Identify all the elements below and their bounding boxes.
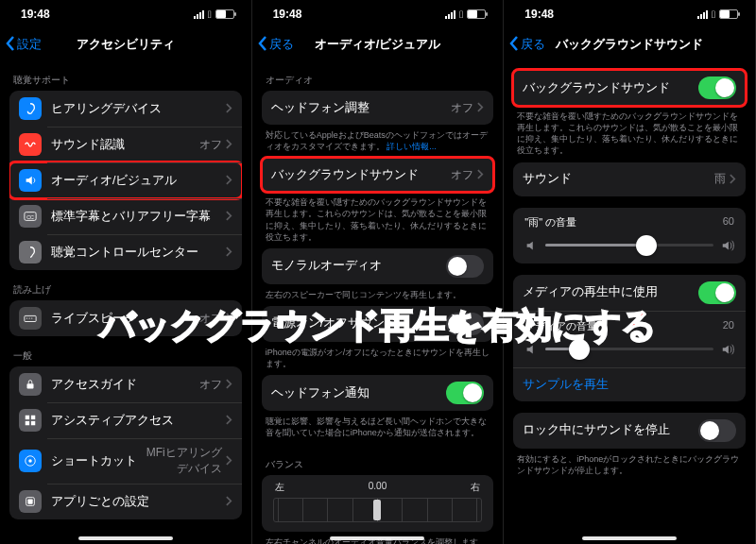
media-volume-slider[interactable]: [524, 343, 734, 356]
wifi-icon: 􀙇: [712, 8, 715, 20]
battery-icon: [467, 9, 486, 19]
row-headphone-notify: ヘッドフォン通知: [262, 375, 494, 411]
media-volume-value: 20: [723, 319, 734, 333]
chevron-left-icon: [509, 36, 519, 54]
toggle-mono[interactable]: [446, 255, 484, 278]
row-オーディオ/ビジュアル[interactable]: オーディオ/ビジュアル: [9, 162, 242, 198]
wifi-icon: 􀙇: [208, 8, 212, 20]
footer-headphone: 対応しているAppleおよびBeatsのヘッドフォンではオーディオをカスタマイズ…: [252, 125, 504, 158]
balance-right: 右: [471, 481, 480, 494]
row-value: 雨: [714, 171, 726, 187]
toggle-bgsound-master[interactable]: [698, 76, 736, 99]
battery-icon: [215, 9, 234, 19]
back-button[interactable]: 戻る: [509, 36, 545, 54]
grid-icon: [19, 409, 42, 432]
row-media-use: メディアの再生中に使用: [513, 275, 746, 311]
av-icon: [19, 169, 42, 192]
row-background-sound[interactable]: バックグラウンドサウンド オフ: [262, 158, 494, 192]
chevron-right-icon: [226, 310, 232, 327]
volume-value: 60: [723, 215, 734, 230]
section-hearing: 聴覚サポート: [0, 60, 251, 91]
back-button[interactable]: 設定: [6, 36, 42, 54]
section-balance: バランス: [252, 445, 504, 475]
row-アプリごとの設定[interactable]: アプリごとの設定: [9, 484, 242, 519]
status-bar: 19:48 􀙇: [252, 0, 504, 28]
row-value: オフ: [199, 137, 222, 153]
chevron-right-icon: [477, 99, 484, 116]
balance-slider[interactable]: [273, 498, 483, 522]
balance-control[interactable]: 左 0.00 右: [262, 475, 494, 532]
back-button[interactable]: 戻る: [258, 36, 294, 54]
volume-slider[interactable]: [524, 239, 734, 252]
sample-play-link[interactable]: サンプルを再生: [523, 377, 609, 393]
footer-bgsound: 不要な雑音を覆い隠すためのバックグラウンドサウンドを再生します。これらのサウンド…: [252, 192, 504, 248]
status-bar: 19:48 􀙇: [0, 0, 251, 28]
row-value: オフ: [451, 167, 473, 183]
volume-header: "雨" の音量 60: [513, 208, 746, 230]
row-sample-play[interactable]: サンプルを再生: [513, 367, 746, 401]
home-indicator[interactable]: [330, 536, 424, 540]
row-label: ライブスピーチ: [51, 311, 199, 327]
chevron-left-icon: [258, 36, 267, 54]
row-ライブスピーチ[interactable]: ライブスピーチオフ: [9, 300, 242, 336]
chevron-right-icon: [730, 171, 736, 188]
volume-low-icon: [524, 343, 538, 356]
volume-high-icon: [721, 239, 734, 252]
chevron-right-icon: [226, 100, 232, 117]
row-label: オーディオ/ビジュアル: [51, 173, 226, 189]
chevron-right-icon: [477, 166, 484, 183]
more-info-link[interactable]: 詳しい情報...: [387, 142, 437, 151]
row-標準字幕とバリアフリー字幕[interactable]: CC標準字幕とバリアフリー字幕: [9, 198, 242, 234]
row-label: ヘッドフォン通知: [271, 385, 447, 401]
footer-power: iPhoneの電源がオン/オフになったときにサウンドを再生します。: [252, 342, 504, 375]
status-right: 􀙇: [194, 8, 234, 20]
chevron-left-icon: [6, 36, 15, 54]
row-label: 聴覚コントロールセンター: [51, 245, 226, 261]
status-time: 19:48: [273, 8, 302, 21]
row-bgsound-master: バックグラウンドサウンド: [513, 70, 746, 106]
row-label: ヘッドフォン調整: [271, 100, 452, 116]
row-ヒアリングデバイス[interactable]: ヒアリングデバイス: [9, 91, 242, 127]
signal-icon: [445, 10, 455, 19]
row-label: メディアの再生中に使用: [523, 284, 698, 300]
footer-bgsound-master: 不要な雑音を覆い隠すためのバックグラウンドサウンドを再生します。これらのサウンド…: [504, 106, 755, 162]
nav-header: 戻る バックグラウンドサウンド: [504, 28, 755, 60]
chevron-right-icon: [226, 493, 232, 510]
row-stop-on-lock: ロック中にサウンドを停止: [513, 413, 746, 449]
row-label: サウンド: [523, 171, 714, 187]
balance-knob[interactable]: [373, 500, 381, 520]
row-label: サウンド認識: [51, 137, 199, 153]
row-value: MFiヒアリング デバイス: [146, 445, 222, 477]
row-headphone-adjust[interactable]: ヘッドフォン調整 オフ: [262, 91, 494, 125]
footer-mono: 左右のスピーカーで同じコンテンツを再生します。: [252, 284, 504, 306]
row-サウンド認識[interactable]: サウンド認識オフ: [9, 127, 242, 162]
toggle-headphone-notify[interactable]: [446, 382, 484, 404]
status-time: 19:48: [524, 8, 554, 21]
toggle-media-use[interactable]: [698, 281, 736, 304]
back-label: 設定: [17, 36, 42, 53]
home-indicator[interactable]: [582, 536, 677, 540]
row-label: ショートカット: [51, 453, 146, 469]
svg-point-3: [26, 317, 27, 318]
panel-background-sound: 19:48 􀙇 戻る バックグラウンドサウンド バックグラウンドサウンド 不要な…: [504, 0, 756, 544]
chevron-right-icon: [226, 208, 232, 225]
row-value: オフ: [199, 377, 222, 393]
back-label: 戻る: [269, 36, 294, 53]
row-アクセスガイド[interactable]: アクセスガイドオフ: [9, 366, 242, 402]
cc-icon: CC: [19, 205, 42, 228]
row-label: ロック中にサウンドを停止: [523, 422, 698, 438]
volume-low-icon: [524, 239, 538, 252]
lock-icon: [19, 373, 42, 396]
row-value: オフ: [199, 311, 222, 327]
toggle-stop-on-lock[interactable]: [698, 419, 736, 442]
row-label: モノラルオーディオ: [271, 258, 447, 274]
panel-audio-visual: 19:48 􀙇 戻る オーディオ/ビジュアル オーディオ ヘッドフォン調整 オフ…: [252, 0, 505, 544]
row-聴覚コントロールセンター[interactable]: 聴覚コントロールセンター: [9, 234, 242, 270]
row-sound-select[interactable]: サウンド 雨: [513, 162, 746, 196]
home-indicator[interactable]: [78, 536, 173, 540]
row-ショートカット[interactable]: ショートカットMFiヒアリング デバイス: [9, 438, 242, 484]
nav-header: 戻る オーディオ/ビジュアル: [252, 28, 504, 60]
svg-point-4: [29, 317, 30, 318]
row-アシスティブアクセス[interactable]: アシスティブアクセス: [9, 402, 242, 438]
toggle-power[interactable]: [446, 313, 484, 335]
